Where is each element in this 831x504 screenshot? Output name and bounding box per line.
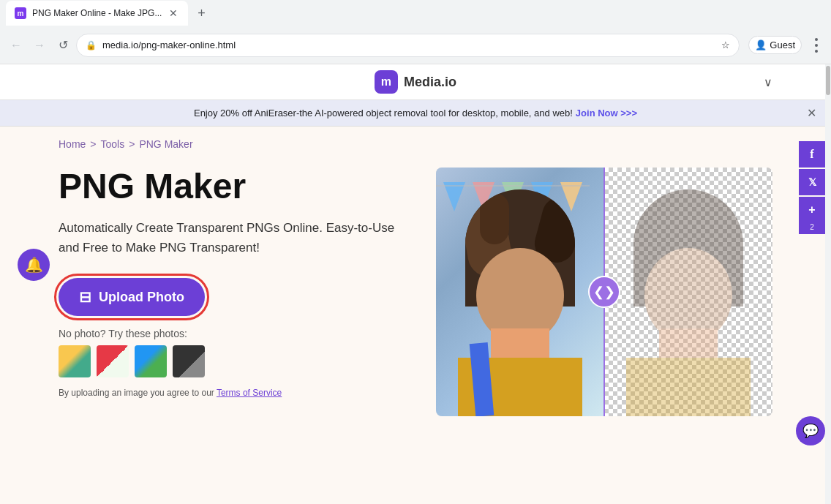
header-chevron-icon[interactable]: ∨	[764, 75, 772, 89]
profile-label: Guest	[770, 40, 795, 50]
tab-close-btn[interactable]: ✕	[168, 7, 179, 19]
original-photo-side	[436, 168, 604, 416]
upload-icon: ⊟	[79, 288, 91, 306]
promo-link[interactable]: Join Now >>>	[576, 108, 637, 119]
twitter-share-button[interactable]: 𝕏	[799, 169, 825, 195]
facebook-share-button[interactable]: f	[799, 141, 825, 168]
browser-tab[interactable]: m PNG Maker Online - Make JPG... ✕	[6, 1, 188, 26]
upload-photo-label: Upload Photo	[99, 290, 184, 305]
banner-close-button[interactable]: ✕	[807, 106, 816, 120]
promo-banner: Enjoy 20% off AniEraser-the AI-powered o…	[0, 100, 831, 127]
sample-thumb-4[interactable]	[173, 345, 205, 377]
tab-favicon: m	[15, 7, 26, 19]
logo-text: Media.io	[404, 75, 456, 90]
social-share-sidebar: f 𝕏 + 2	[799, 141, 825, 234]
profile-icon: 👤	[755, 40, 767, 50]
breadcrumb-current: PNG Maker	[139, 138, 192, 150]
before-after-preview: ❮❯	[436, 168, 772, 416]
site-header: m Media.io ∨	[0, 64, 831, 100]
back-button[interactable]: ←	[6, 35, 26, 56]
page-title: PNG Maker	[59, 168, 407, 206]
profile-button[interactable]: 👤 Guest	[748, 36, 802, 54]
terms-text: By uploading an image you agree to our T…	[59, 388, 407, 398]
upload-photo-button[interactable]: ⊟ Upload Photo	[59, 278, 205, 316]
sample-photos-label: No photo? Try these photos:	[59, 328, 407, 339]
forward-button[interactable]: →	[29, 35, 50, 56]
breadcrumb-tools[interactable]: Tools	[101, 138, 125, 150]
sample-thumbs	[59, 345, 407, 377]
promo-text: Enjoy 20% off AniEraser-the AI-powered o…	[194, 108, 573, 119]
new-tab-button[interactable]: +	[191, 3, 211, 23]
terms-link[interactable]: Terms of Service	[217, 388, 282, 398]
browser-menu-button[interactable]	[808, 37, 825, 54]
bookmark-icon[interactable]: ☆	[721, 40, 730, 50]
lock-icon: 🔒	[86, 40, 97, 50]
bell-icon: 🔔	[25, 256, 43, 274]
refresh-button[interactable]: ↺	[53, 35, 73, 56]
upload-button-wrapper: ⊟ Upload Photo	[59, 278, 407, 316]
more-share-button[interactable]: +	[799, 197, 825, 223]
logo[interactable]: m Media.io	[375, 70, 456, 94]
sample-photos-section: No photo? Try these photos:	[59, 328, 407, 377]
preview-image-area: ❮❯	[436, 168, 772, 416]
breadcrumb-home[interactable]: Home	[59, 138, 86, 150]
chat-icon: 💬	[802, 423, 819, 439]
page-description: Automatically Create Transparent PNGs On…	[59, 218, 407, 257]
divider-handle-icon: ❮❯	[593, 284, 615, 300]
divider-handle[interactable]: ❮❯	[588, 276, 620, 308]
share-count: 2	[799, 223, 825, 234]
scrollbar[interactable]	[825, 64, 831, 504]
breadcrumb-sep-1: >	[90, 138, 96, 150]
breadcrumb-sep-2: >	[129, 138, 135, 150]
logo-icon: m	[375, 70, 398, 94]
hero-left: PNG Maker Automatically Create Transpare…	[59, 168, 407, 416]
plus-icon: +	[808, 203, 815, 217]
address-bar[interactable]: 🔒 media.io/png-maker-online.html ☆	[76, 34, 740, 57]
chat-button[interactable]: 💬	[796, 416, 825, 445]
breadcrumb: Home > Tools > PNG Maker	[0, 127, 831, 156]
address-text: media.io/png-maker-online.html	[102, 40, 715, 50]
sample-thumb-1[interactable]	[59, 345, 91, 377]
scrollbar-thumb[interactable]	[826, 66, 830, 95]
sample-thumb-2[interactable]	[97, 345, 129, 377]
twitter-icon: 𝕏	[808, 176, 816, 188]
transparent-photo-side	[604, 168, 772, 416]
tab-title: PNG Maker Online - Make JPG...	[32, 8, 162, 18]
notification-bell-button[interactable]: 🔔	[18, 249, 50, 281]
facebook-icon: f	[810, 148, 813, 161]
sample-thumb-3[interactable]	[135, 345, 167, 377]
